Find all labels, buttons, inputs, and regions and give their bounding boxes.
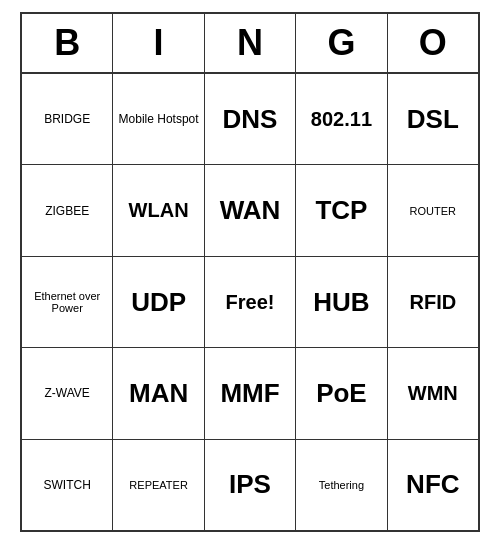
bingo-cell-2-3: HUB (296, 257, 387, 347)
bingo-cell-3-1: MAN (113, 348, 204, 438)
bingo-cell-3-2: MMF (205, 348, 296, 438)
bingo-cell-0-4: DSL (388, 74, 478, 164)
bingo-cell-4-3: Tethering (296, 440, 387, 530)
bingo-cell-4-2: IPS (205, 440, 296, 530)
bingo-cell-1-4: ROUTER (388, 165, 478, 255)
bingo-cell-4-4: NFC (388, 440, 478, 530)
bingo-header: BINGO (22, 14, 478, 74)
bingo-row-2: Ethernet over PowerUDPFree!HUBRFID (22, 257, 478, 348)
bingo-grid: BRIDGEMobile HotspotDNS802.11DSLZIGBEEWL… (22, 74, 478, 530)
bingo-cell-2-2: Free! (205, 257, 296, 347)
header-letter-B: B (22, 14, 113, 72)
bingo-row-4: SWITCHREPEATERIPSTetheringNFC (22, 440, 478, 530)
header-letter-G: G (296, 14, 387, 72)
bingo-cell-1-0: ZIGBEE (22, 165, 113, 255)
bingo-cell-0-0: BRIDGE (22, 74, 113, 164)
bingo-cell-2-1: UDP (113, 257, 204, 347)
bingo-cell-0-1: Mobile Hotspot (113, 74, 204, 164)
header-letter-I: I (113, 14, 204, 72)
bingo-row-1: ZIGBEEWLANWANTCPROUTER (22, 165, 478, 256)
bingo-cell-3-3: PoE (296, 348, 387, 438)
bingo-cell-0-3: 802.11 (296, 74, 387, 164)
bingo-cell-1-1: WLAN (113, 165, 204, 255)
bingo-row-0: BRIDGEMobile HotspotDNS802.11DSL (22, 74, 478, 165)
bingo-row-3: Z-WAVEMANMMFPoEWMN (22, 348, 478, 439)
header-letter-O: O (388, 14, 478, 72)
header-letter-N: N (205, 14, 296, 72)
bingo-cell-2-4: RFID (388, 257, 478, 347)
bingo-cell-1-3: TCP (296, 165, 387, 255)
bingo-cell-4-0: SWITCH (22, 440, 113, 530)
bingo-cell-3-4: WMN (388, 348, 478, 438)
bingo-cell-3-0: Z-WAVE (22, 348, 113, 438)
bingo-cell-2-0: Ethernet over Power (22, 257, 113, 347)
bingo-cell-4-1: REPEATER (113, 440, 204, 530)
bingo-cell-0-2: DNS (205, 74, 296, 164)
bingo-cell-1-2: WAN (205, 165, 296, 255)
bingo-card: BINGO BRIDGEMobile HotspotDNS802.11DSLZI… (20, 12, 480, 532)
